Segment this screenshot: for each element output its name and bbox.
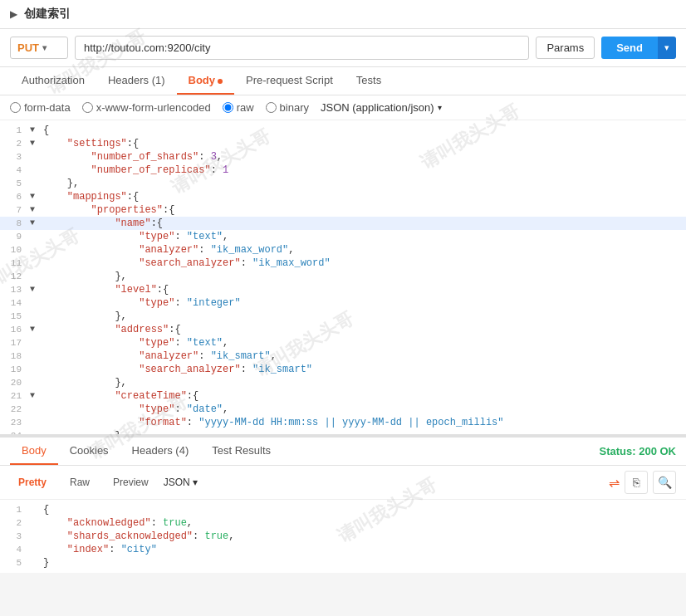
fold-toggle[interactable]: ▼ bbox=[30, 138, 42, 148]
tab-pre-request-script[interactable]: Pre-request Script bbox=[234, 67, 345, 95]
response-line: 4 "index": "city" bbox=[0, 543, 686, 556]
tab-body[interactable]: Body bbox=[177, 67, 235, 95]
line-content: "type": "text", bbox=[42, 231, 686, 242]
line-number: 1 bbox=[0, 125, 30, 135]
code-line: 20 }, bbox=[0, 376, 686, 389]
line-content: { bbox=[42, 504, 686, 516]
pretty-button[interactable]: Pretty bbox=[10, 473, 55, 491]
line-content: } bbox=[42, 557, 686, 569]
line-content: "level":{ bbox=[42, 284, 686, 296]
code-line: 18 "analyzer": "ik_smart", bbox=[0, 350, 686, 363]
line-number: 16 bbox=[0, 324, 30, 335]
response-tabs: Body Cookies Headers (4) Test Results St… bbox=[0, 438, 686, 466]
line-number: 17 bbox=[0, 337, 30, 348]
line-content: "settings":{ bbox=[42, 138, 686, 149]
method-chevron-icon: ▾ bbox=[42, 43, 47, 52]
fold-toggle[interactable]: ▼ bbox=[30, 284, 42, 294]
tab-tests[interactable]: Tests bbox=[345, 67, 393, 95]
line-content: { bbox=[42, 125, 686, 136]
wrap-icon[interactable]: ⇌ bbox=[609, 475, 620, 491]
resp-json-chevron-icon: ▾ bbox=[193, 477, 198, 488]
line-content: }, bbox=[42, 271, 686, 282]
tab-headers-response[interactable]: Headers (4) bbox=[120, 438, 201, 465]
fold-toggle bbox=[30, 530, 42, 531]
line-content: "name":{ bbox=[42, 218, 686, 229]
line-content: "mappings":{ bbox=[42, 191, 686, 203]
tab-test-results[interactable]: Test Results bbox=[200, 438, 282, 465]
tab-body-response[interactable]: Body bbox=[10, 438, 58, 465]
code-line: 1▼{ bbox=[0, 124, 686, 137]
line-content: "number_of_shards": 3, bbox=[42, 151, 686, 163]
line-number: 4 bbox=[0, 164, 30, 175]
code-line: 8▼ "name":{ bbox=[0, 217, 686, 230]
fold-toggle[interactable]: ▼ bbox=[30, 125, 42, 134]
code-line: 22 "type": "date", bbox=[0, 403, 686, 416]
line-content: "type": "text", bbox=[42, 337, 686, 349]
tab-authorization[interactable]: Authorization bbox=[10, 67, 96, 95]
code-line: 10 "analyzer": "ik_max_word", bbox=[0, 243, 686, 257]
format-raw[interactable]: raw bbox=[223, 101, 254, 114]
line-content: }, bbox=[42, 310, 686, 322]
tab-cookies[interactable]: Cookies bbox=[58, 438, 120, 465]
response-line: 2 "acknowledged": true, bbox=[0, 516, 686, 530]
json-type-select[interactable]: JSON (application/json) ▾ bbox=[321, 101, 442, 114]
code-line: 5 }, bbox=[0, 177, 686, 190]
response-line: 1{ bbox=[0, 503, 686, 516]
search-button[interactable]: 🔍 bbox=[653, 471, 676, 494]
fold-toggle bbox=[30, 430, 42, 431]
status-badge: Status: 200 OK bbox=[600, 445, 676, 457]
fold-toggle bbox=[30, 337, 42, 338]
fold-toggle[interactable]: ▼ bbox=[30, 191, 42, 201]
send-button[interactable]: Send bbox=[601, 37, 658, 59]
line-number: 15 bbox=[0, 310, 30, 321]
bottom-panel: Body Cookies Headers (4) Test Results St… bbox=[0, 436, 686, 573]
tab-headers[interactable]: Headers (1) bbox=[96, 67, 177, 95]
line-content: "acknowledged": true, bbox=[42, 517, 686, 529]
fold-toggle bbox=[30, 544, 42, 545]
line-number: 22 bbox=[0, 403, 30, 414]
response-line: 3 "shards_acknowledged": true, bbox=[0, 530, 686, 543]
send-btn-group: Send ▾ bbox=[601, 37, 676, 59]
fold-toggle[interactable]: ▼ bbox=[30, 324, 42, 334]
raw-button[interactable]: Raw bbox=[61, 473, 98, 491]
code-line: 24 } bbox=[0, 429, 686, 436]
line-number: 10 bbox=[0, 244, 30, 255]
line-number: 2 bbox=[0, 138, 30, 149]
method-select[interactable]: PUT ▾ bbox=[10, 37, 68, 59]
fold-toggle bbox=[30, 557, 42, 558]
line-number: 12 bbox=[0, 271, 30, 281]
code-line: 23 "format": "yyyy-MM-dd HH:mm:ss || yyy… bbox=[0, 416, 686, 429]
collapse-icon[interactable]: ▶ bbox=[10, 8, 17, 20]
format-form-data[interactable]: form-data bbox=[10, 101, 71, 114]
fold-toggle bbox=[30, 164, 42, 165]
url-input[interactable] bbox=[75, 36, 529, 60]
code-editor[interactable]: 1▼{2▼ "settings":{3 "number_of_shards": … bbox=[0, 120, 686, 436]
line-content: "type": "date", bbox=[42, 403, 686, 415]
line-number: 5 bbox=[0, 557, 30, 568]
fold-toggle[interactable]: ▼ bbox=[30, 390, 42, 400]
preview-button[interactable]: Preview bbox=[105, 473, 157, 491]
code-line: 7▼ "properties":{ bbox=[0, 203, 686, 217]
line-number: 5 bbox=[0, 178, 30, 188]
fold-toggle bbox=[30, 271, 42, 271]
line-content: }, bbox=[42, 178, 686, 189]
fold-toggle bbox=[30, 364, 42, 364]
response-json-select[interactable]: JSON ▾ bbox=[164, 477, 198, 488]
line-number: 6 bbox=[0, 191, 30, 202]
copy-button[interactable]: ⎘ bbox=[625, 471, 648, 494]
fold-toggle bbox=[30, 244, 42, 245]
format-binary[interactable]: binary bbox=[266, 101, 309, 114]
fold-toggle[interactable]: ▼ bbox=[30, 204, 42, 214]
line-number: 14 bbox=[0, 297, 30, 308]
send-dropdown-button[interactable]: ▾ bbox=[658, 37, 676, 59]
line-number: 23 bbox=[0, 417, 30, 428]
code-line: 12 }, bbox=[0, 270, 686, 283]
params-button[interactable]: Params bbox=[536, 37, 595, 59]
code-line: 9 "type": "text", bbox=[0, 230, 686, 243]
format-urlencoded[interactable]: x-www-form-urlencoded bbox=[82, 101, 211, 114]
fold-toggle bbox=[30, 151, 42, 152]
fold-toggle[interactable]: ▼ bbox=[30, 218, 42, 227]
code-line: 3 "number_of_shards": 3, bbox=[0, 150, 686, 164]
line-content: "number_of_replicas": 1 bbox=[42, 164, 686, 176]
code-line: 4 "number_of_replicas": 1 bbox=[0, 164, 686, 177]
